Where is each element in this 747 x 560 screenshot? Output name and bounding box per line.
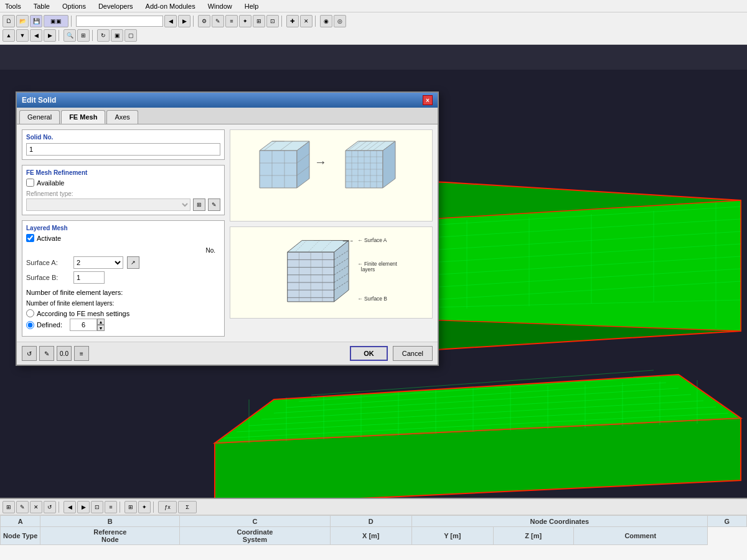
menu-developers[interactable]: Developers bbox=[96, 1, 136, 11]
sep3 bbox=[281, 16, 284, 27]
svg-text:→: → bbox=[314, 155, 327, 169]
dialog-overlay: Edit Solid × General FE Mesh Axes Solid … bbox=[0, 45, 747, 530]
menu-help[interactable]: Help bbox=[242, 1, 261, 11]
tb-btn7[interactable]: ✚ bbox=[286, 15, 299, 27]
tb2-view1[interactable]: ▣ bbox=[111, 29, 123, 42]
footer-btn-edit[interactable]: ✎ bbox=[39, 346, 54, 361]
sep6 bbox=[92, 30, 95, 41]
tb-open[interactable]: 📂 bbox=[16, 15, 29, 27]
available-checkbox[interactable] bbox=[26, 179, 34, 187]
layered-mesh-illustration: ← Surface A ← Finite element layers ← Su… bbox=[230, 226, 433, 319]
footer-left-buttons: ↺ ✎ 0.0 ≡ bbox=[22, 346, 89, 361]
ok-button[interactable]: OK bbox=[350, 346, 388, 361]
dialog-footer: ↺ ✎ 0.0 ≡ OK Cancel bbox=[17, 342, 438, 365]
layered-mesh-section: Layered Mesh Activate No. Surface A: 2 bbox=[22, 220, 225, 337]
tb2-view2[interactable]: ▢ bbox=[125, 29, 137, 42]
dialog-left-panel: Solid No. FE Mesh Refinement Available R… bbox=[22, 129, 225, 337]
tab-fe-mesh[interactable]: FE Mesh bbox=[61, 110, 105, 124]
mesh-illus-svg: → bbox=[241, 132, 421, 219]
tb2-btn1[interactable]: ▲ bbox=[2, 29, 15, 42]
footer-btn-list[interactable]: ≡ bbox=[74, 346, 89, 361]
surface-a-row: Surface A: 2 ↗ bbox=[26, 256, 220, 269]
mesh-refinement-illustration: → bbox=[230, 129, 433, 222]
refinement-type-select[interactable] bbox=[26, 198, 190, 211]
menu-window[interactable]: Window bbox=[205, 1, 235, 11]
solid-no-input[interactable] bbox=[26, 143, 220, 156]
tb-btn3[interactable]: ≡ bbox=[225, 15, 238, 27]
tb2-btn2[interactable]: ▼ bbox=[16, 29, 29, 42]
sep1 bbox=[71, 16, 73, 27]
available-row: Available bbox=[26, 179, 220, 187]
tb-btn4[interactable]: ✦ bbox=[239, 15, 251, 27]
svg-text:← Surface A: ← Surface A bbox=[357, 237, 387, 243]
solid-no-label: Solid No. bbox=[26, 134, 220, 141]
tb-btn5[interactable]: ⊞ bbox=[253, 15, 265, 27]
according-fe-row: According to FE mesh settings bbox=[26, 309, 220, 317]
surface-a-select[interactable]: 2 bbox=[73, 256, 123, 269]
num-layers-label2: Number of finite element layers: bbox=[26, 300, 220, 307]
tb-btn9[interactable]: ◉ bbox=[320, 15, 332, 27]
menu-table[interactable]: Table bbox=[31, 1, 52, 11]
tb-new[interactable]: 🗋 bbox=[2, 15, 15, 27]
tb-nav-fwd[interactable]: ▶ bbox=[178, 15, 190, 27]
tb2-btn4[interactable]: ▶ bbox=[44, 29, 56, 42]
according-fe-radio[interactable] bbox=[26, 309, 34, 317]
defined-label: Defined: bbox=[37, 321, 62, 329]
surface-a-label: Surface A: bbox=[26, 259, 70, 266]
num-layers-label: Number of finite element layers: bbox=[26, 289, 220, 296]
menu-options[interactable]: Options bbox=[60, 1, 88, 11]
spinner-up[interactable]: ▲ bbox=[97, 319, 105, 325]
tb2-btn3[interactable]: ◀ bbox=[30, 29, 42, 42]
spinner-down[interactable]: ▼ bbox=[97, 325, 105, 331]
tab-axes[interactable]: Axes bbox=[106, 110, 138, 124]
surface-b-label: Surface B: bbox=[26, 274, 70, 281]
svg-text:← Surface B: ← Surface B bbox=[357, 296, 387, 302]
cancel-button[interactable]: Cancel bbox=[393, 346, 433, 361]
edit-solid-dialog: Edit Solid × General FE Mesh Axes Solid … bbox=[16, 91, 439, 366]
dialog-title-bar: Edit Solid × bbox=[17, 93, 438, 108]
refinement-btn2[interactable]: ✎ bbox=[208, 198, 220, 211]
tab-general[interactable]: General bbox=[19, 110, 60, 124]
fe-mesh-refinement-section: FE Mesh Refinement Available Refinement … bbox=[22, 165, 225, 215]
tb-btn8[interactable]: ✕ bbox=[300, 15, 312, 27]
footer-btn-reset[interactable]: ↺ bbox=[22, 346, 37, 361]
tb-save[interactable]: 💾 bbox=[30, 15, 42, 27]
defined-value-input[interactable] bbox=[70, 319, 97, 331]
tb-btn1[interactable]: ⚙ bbox=[198, 15, 210, 27]
tb2-zoom[interactable]: 🔍 bbox=[63, 29, 76, 42]
tb-btn2[interactable]: ✎ bbox=[212, 15, 224, 27]
menu-tools[interactable]: Tools bbox=[2, 1, 24, 11]
available-label: Available bbox=[37, 179, 64, 187]
tb-btn10[interactable]: ◎ bbox=[334, 15, 346, 27]
dialog-tabs: General FE Mesh Axes bbox=[17, 108, 438, 124]
dialog-close-button[interactable]: × bbox=[423, 95, 433, 105]
defined-radio[interactable] bbox=[26, 321, 34, 329]
surface-a-btn[interactable]: ↗ bbox=[127, 256, 139, 269]
tb2-fit[interactable]: ⊞ bbox=[77, 29, 90, 42]
tb-nav-back[interactable]: ◀ bbox=[164, 15, 177, 27]
svg-marker-63 bbox=[260, 151, 297, 188]
main-area: ⊥ ⊥ ⊥ Edit Solid × General FE Mesh Axes bbox=[0, 45, 747, 530]
refinement-btn1[interactable]: ⊞ bbox=[193, 198, 205, 211]
tb-print[interactable]: ▣▣ bbox=[44, 15, 68, 27]
tb2-rotate[interactable]: ↻ bbox=[97, 29, 110, 42]
svg-text:layers: layers bbox=[361, 266, 375, 273]
refinement-type-row: ⊞ ✎ bbox=[26, 198, 220, 211]
according-fe-label: According to FE mesh settings bbox=[37, 310, 129, 317]
dialog-title-text: Edit Solid bbox=[22, 96, 56, 105]
footer-btn-number[interactable]: 0.0 bbox=[57, 346, 72, 361]
surface-b-row: Surface B: bbox=[26, 271, 220, 284]
defined-spinner: ▲ ▼ bbox=[97, 319, 105, 331]
menu-addon[interactable]: Add-on Modules bbox=[143, 1, 198, 11]
refinement-type-label: Refinement type: bbox=[26, 190, 220, 197]
surface-b-input[interactable] bbox=[73, 271, 105, 284]
sep2 bbox=[193, 16, 195, 27]
footer-right-buttons: OK Cancel bbox=[350, 346, 433, 361]
tb-btn6[interactable]: ⊡ bbox=[266, 15, 279, 27]
activate-row: Activate bbox=[26, 234, 220, 242]
solid-no-section: Solid No. bbox=[22, 129, 225, 160]
no-label: No. bbox=[205, 247, 215, 254]
layered-illus-svg: ← Surface A ← Finite element layers ← Su… bbox=[241, 226, 421, 319]
activate-checkbox[interactable] bbox=[26, 234, 34, 242]
toolbar-input[interactable] bbox=[76, 16, 163, 27]
